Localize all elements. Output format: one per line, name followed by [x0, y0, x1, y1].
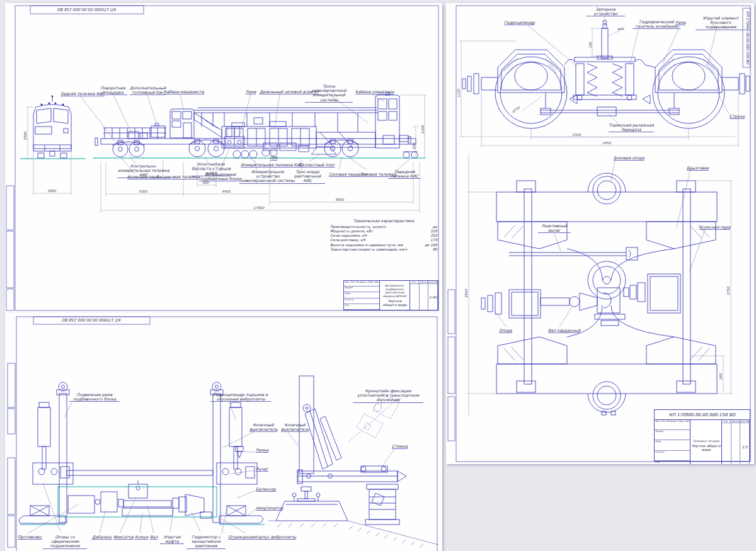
- callout-label: Колесная пара: [699, 225, 730, 230]
- tb-scale-header: Масштаб: [740, 420, 750, 423]
- callout-label: Запорное устройство: [586, 7, 625, 16]
- dimension-text: 17900: [253, 206, 264, 210]
- callout-label: Рама: [675, 20, 685, 25]
- callout-label: Конечный выключатель: [249, 423, 277, 432]
- spec-value: 80: [433, 247, 437, 252]
- dimension-text: 3100: [421, 125, 425, 134]
- callout-label: Упругий элемент буксового подвешивания: [696, 16, 746, 30]
- tb-scale-value: 1:40: [428, 284, 438, 310]
- tb-lit: Лит.: [410, 281, 419, 283]
- tb-row: Утв.: [655, 461, 690, 464]
- machine-side-view: [95, 93, 416, 148]
- spec-row: Сила рихтовки, кН170: [330, 238, 437, 242]
- callout-label: Фиксатор: [113, 535, 134, 540]
- spec-name: Сила подъемки, кН: [330, 234, 367, 238]
- work-units: [224, 127, 336, 156]
- callout-label: Измерительное устройство нивелировочной …: [239, 169, 296, 184]
- specs-title: Техническая характеристика: [330, 219, 437, 223]
- spec-row: Высота подъемки и сдвижки пути, ммдо 100: [330, 243, 437, 247]
- callout-label: Кронштейн фиксации уплотнителя в транспо…: [353, 389, 423, 403]
- spec-name: Производительность, шпал/ч: [330, 225, 386, 229]
- dimension-text: 2750: [726, 287, 730, 295]
- sheet-tamping-unit-drawing: Подвижная рама подбивочного блока Гидроц…: [5, 313, 442, 551]
- callout-label: Конечный выключатель: [281, 423, 309, 432]
- machine-front-view: [33, 96, 71, 158]
- title-block-scale-grid: Лит. Масса Масштаб 1:5: [722, 420, 750, 464]
- tb-row: Н.контр.: [344, 298, 379, 304]
- spec-value: до 100: [425, 243, 437, 247]
- callout-label: Струна: [730, 114, 745, 119]
- tb-lit: Лит.: [722, 420, 731, 423]
- callout-label: Гидромотор с кронштейном крепления: [186, 535, 226, 549]
- drawing-type: Чертеж общего вида: [381, 299, 409, 307]
- spec-name: Высота подъемки и сдвижки пути, мм: [330, 243, 403, 247]
- dimension-text: 2500: [23, 132, 27, 140]
- spec-row: Производительность, шпал/чдо: [330, 225, 437, 229]
- dimension-text: 165: [588, 42, 592, 48]
- callout-label: Тормозная рычажная передача: [609, 123, 654, 132]
- spec-name: Транспортная скорость самоходом, км/ч: [330, 247, 407, 252]
- tb-mass-value: [420, 284, 429, 310]
- drawing-board: { "doc_number": "КП 170900.00.00.000-158…: [0, 0, 756, 551]
- callout-label: Тросы нивелировочной измерительной систе…: [305, 84, 353, 103]
- title-block-name: Тележка тяговая Чертеж общего вида: [690, 420, 722, 464]
- leader-lines: [81, 94, 410, 174]
- spec-row: Мощность дизеля, кВт220: [330, 229, 437, 234]
- tb-row: Разраб.: [344, 287, 379, 292]
- callout-label: Балластный плуг: [299, 162, 335, 168]
- plan-hatch: [504, 225, 709, 361]
- dimension-text: 2543: [464, 289, 468, 298]
- callout-label: Гидроцилиндр подъема и опускания вибропл…: [210, 392, 271, 402]
- dimension-text: 900: [202, 181, 209, 185]
- bogie-drawing: [446, 3, 754, 464]
- spec-value: 250: [430, 234, 437, 238]
- callout-label: Колесная пара: [127, 174, 158, 179]
- callout-label: ПРУ: [270, 156, 277, 161]
- corner-stamp: КП 170900.00.00.000-158 ВО: [30, 8, 144, 12]
- dimension-text: 4400: [222, 190, 231, 193]
- machine-side-view-drawing: [5, 3, 442, 313]
- tb-row: Пров.: [655, 440, 690, 450]
- drawing-type: Чертеж общего вида: [691, 444, 721, 452]
- callout-label: Амортизатор: [256, 506, 283, 511]
- callout-label: Рамка: [256, 448, 268, 453]
- callout-label: Брызговик: [687, 166, 709, 171]
- tb-scale-value: 1:5: [740, 423, 750, 464]
- rail-line: [20, 158, 426, 159]
- title-block-scale-grid: Лит. Масса Масштаб 1:40: [410, 281, 438, 310]
- callout-label: Корпус виброплиты: [255, 535, 296, 540]
- technical-specs: Техническая характеристика Производитель…: [330, 219, 437, 252]
- tb-mass-value: [731, 423, 741, 464]
- tb-row: Н.контр.: [655, 451, 690, 461]
- callout-label: Противовес: [18, 535, 42, 540]
- bogie-hatch: [504, 59, 714, 75]
- spec-value: до: [433, 225, 437, 229]
- spec-row: Транспортная скорость самоходом, км/ч80: [330, 247, 437, 252]
- tb-row: Пров.: [344, 292, 379, 298]
- callout-label: Упругая муфта: [160, 535, 184, 544]
- title-block-signature-grid: Изм. Лист № докум. Подп. Дата Разраб. Пр…: [655, 420, 690, 464]
- tb-header-row: Изм. Лист № докум. Подп. Дата: [344, 281, 379, 287]
- callout-label: Стяжка: [392, 444, 408, 449]
- bogie-side-view: [462, 20, 750, 128]
- callout-label: Кожух: [135, 535, 148, 540]
- spec-value: 220: [430, 229, 437, 234]
- dimension-text: ø40: [617, 27, 624, 31]
- dimension-text: 202: [719, 373, 723, 380]
- tb-lit-value: [410, 284, 420, 310]
- callout-label: Дебаланс: [92, 535, 112, 540]
- callout-label: Передняя тележка КИС: [388, 169, 421, 179]
- tamping-unit-drawing: [5, 313, 442, 551]
- dimension-text: 2450: [602, 141, 611, 145]
- tb-header-row: Изм. Лист № докум. Подп. Дата: [655, 420, 690, 430]
- callout-label: Гидроцилиндр: [504, 20, 535, 25]
- tb-row: Разраб.: [655, 430, 690, 440]
- drawing-name: Тележка тяговая: [693, 440, 719, 443]
- callout-label: Поворотная площадка: [98, 86, 127, 95]
- sheet-machine-general-view: Задняя тележка КИС Поворотная площадка Д…: [5, 3, 442, 313]
- callout-label: Кабина оператора: [355, 89, 394, 94]
- callout-label: Опоры со сферическим подшипником: [43, 535, 87, 549]
- callout-label: Гидравлический гаситель колебаний: [633, 20, 680, 29]
- tb-mass: Масса: [731, 420, 740, 423]
- callout-label: Подвижная рама подбивочного блока: [69, 392, 120, 402]
